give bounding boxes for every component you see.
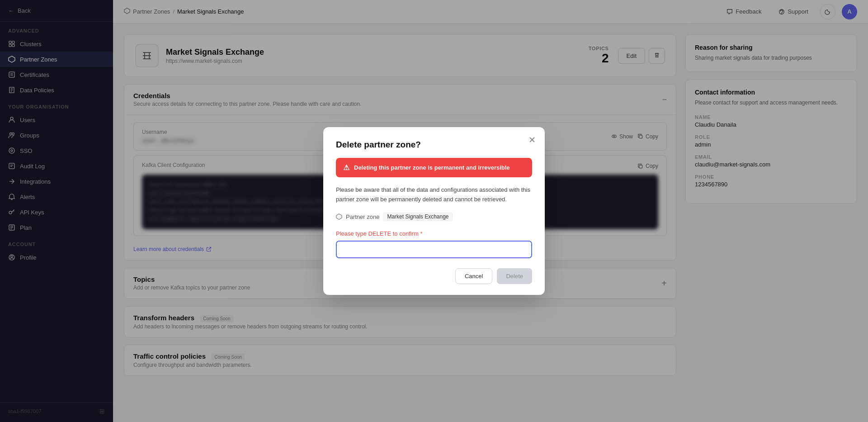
modal-warning-text: Deleting this partner zone is permanent … [354,164,510,171]
modal-actions: Cancel Delete [336,268,532,284]
modal-confirm-label-text: Please type DELETE to confirm [336,230,419,237]
modal-zone-row: Partner zone Market Signals Exchange [336,212,532,221]
delete-confirm-input[interactable] [336,241,532,258]
modal-required-marker: * [420,230,422,237]
delete-button[interactable]: Delete [497,268,532,284]
modal-overlay[interactable]: Delete partner zone? ⚠ Deleting this par… [0,0,868,422]
modal-close-button[interactable] [528,136,536,146]
modal-zone-name: Market Signals Exchange [383,212,453,221]
close-icon [528,136,536,143]
modal-body-text: Please be aware that all of the data and… [336,185,532,204]
modal-confirm-label: Please type DELETE to confirm * [336,230,532,237]
modal-zone-label: Partner zone [346,213,379,220]
modal-warning-banner: ⚠ Deleting this partner zone is permanen… [336,158,532,177]
cancel-button[interactable]: Cancel [455,268,492,284]
svg-marker-35 [336,214,342,219]
delete-modal: Delete partner zone? ⚠ Deleting this par… [323,127,545,295]
warning-icon: ⚠ [343,163,349,172]
modal-title: Delete partner zone? [336,140,532,150]
partner-zone-modal-icon [336,213,342,220]
